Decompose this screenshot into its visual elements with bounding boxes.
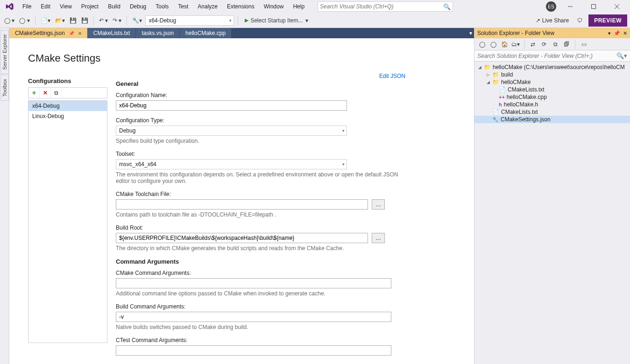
tab-cmakesettings[interactable]: CMakeSettings.json 📌 ✕ — [9, 28, 88, 38]
expand-icon[interactable]: ▷ — [486, 72, 490, 77]
start-button[interactable]: ▶ Select Startup Item... ▾ — [242, 15, 311, 26]
preview-button[interactable]: PREVIEW — [588, 14, 627, 27]
folder-icon: 📁 — [492, 79, 499, 85]
redo-button[interactable]: ↷ ▾ — [111, 15, 123, 26]
solution-platforms-button[interactable]: 🔧▾ — [131, 15, 143, 26]
quick-launch-input[interactable] — [320, 3, 443, 10]
config-toolbar: ＋ ✕ ⧉ — [28, 87, 107, 98]
quick-launch[interactable]: 🔍 — [318, 1, 453, 12]
panel-close-button[interactable]: ✕ — [623, 30, 627, 36]
menu-analyze[interactable]: Analyze — [193, 1, 222, 12]
menu-view[interactable]: View — [55, 1, 77, 12]
menu-extensions[interactable]: Extensions — [222, 1, 259, 12]
menu-file[interactable]: File — [18, 1, 36, 12]
input-build-root[interactable] — [116, 233, 368, 243]
label-build-args: Build Command Arguments: — [116, 303, 405, 310]
input-ctest-args[interactable] — [116, 345, 391, 356]
input-build-args[interactable] — [116, 312, 391, 322]
tree-cmakelists[interactable]: 📄 CMakeLists.txt — [474, 108, 630, 116]
menu-edit[interactable]: Edit — [36, 1, 55, 12]
panel-search-input[interactable] — [477, 53, 616, 59]
nav-back-button[interactable]: ◯ ▾ — [3, 15, 16, 26]
menu-window[interactable]: Window — [259, 1, 289, 12]
nav-forward-button[interactable]: ◯ ▾ — [18, 15, 31, 26]
pin-icon[interactable]: 📌 — [69, 31, 74, 36]
input-config-name[interactable] — [116, 100, 347, 111]
startup-label: Select Startup Item... — [250, 17, 303, 24]
sync-button[interactable]: ⇄ — [528, 40, 538, 49]
undo-button[interactable]: ↶ ▾ — [98, 15, 109, 26]
avatar[interactable]: ES — [546, 1, 556, 12]
tab-label: CMakeLists.txt — [93, 30, 130, 36]
menu-debug[interactable]: Debug — [125, 1, 151, 12]
save-all-button[interactable]: 💾 — [80, 15, 90, 26]
forward-button[interactable]: ◯ — [488, 40, 498, 49]
menu-build[interactable]: Build — [103, 1, 125, 12]
tab-hellocmake-cpp[interactable]: helloCMake.cpp — [180, 28, 232, 38]
select-config-type[interactable]: Debug ▾ — [116, 126, 347, 136]
search-icon: 🔍▾ — [616, 52, 627, 59]
editor-body: CMake Settings Configurations ＋ ✕ ⧉ x64-… — [9, 38, 474, 364]
remove-config-button[interactable]: ✕ — [40, 88, 51, 98]
config-list: x64-Debug Linux-Debug — [28, 100, 107, 343]
feedback-button[interactable]: 🗩 — [575, 15, 585, 26]
new-project-button[interactable]: 📄▾ — [39, 15, 52, 26]
tree-build[interactable]: ▷ 📁 build — [474, 71, 630, 78]
close-icon[interactable]: ✕ — [78, 31, 82, 36]
copy-config-button[interactable]: ⧉ — [51, 88, 62, 98]
menu-test[interactable]: Test — [173, 1, 193, 12]
panel-dropdown-button[interactable]: ▾ — [608, 30, 611, 36]
save-button[interactable]: 💾 — [68, 15, 78, 26]
menu-project[interactable]: Project — [77, 1, 103, 12]
switch-views-button[interactable]: 🗂▾ — [511, 40, 520, 49]
expand-icon[interactable]: ◢ — [477, 65, 482, 70]
input-cmake-args[interactable] — [116, 278, 391, 288]
tree-label: CMakeLists.txt — [508, 86, 545, 93]
tree-hello-h[interactable]: h helloCMake.h — [474, 101, 630, 108]
window-close-button[interactable] — [608, 1, 626, 12]
doc-tabs-overflow[interactable]: ▾ — [467, 28, 474, 38]
refresh-button[interactable]: ⟳ — [539, 40, 549, 49]
expand-icon[interactable]: ◢ — [486, 80, 490, 84]
tree-root[interactable]: ◢ 📁 helloCMake (C:\Users\ersweet\source\… — [474, 63, 630, 71]
chevron-down-icon: ▾ — [342, 128, 345, 133]
dock-server-explorer[interactable]: Server Explorer — [0, 30, 9, 74]
config-item-linux-debug[interactable]: Linux-Debug — [28, 111, 107, 121]
vs-logo-icon — [5, 1, 15, 12]
live-share-button[interactable]: ↗ Live Share — [533, 17, 572, 24]
tab-cmakelists[interactable]: CMakeLists.txt — [88, 28, 136, 38]
open-button[interactable]: 📂▾ — [54, 15, 66, 26]
select-toolset[interactable]: msvc_x64_x64 ▾ — [116, 159, 347, 169]
show-all-files-button[interactable]: 🗐 — [562, 40, 571, 49]
tree-hellocmake-folder[interactable]: ◢ 📁 helloCMake — [474, 78, 630, 86]
add-config-button[interactable]: ＋ — [28, 88, 40, 98]
folder-icon: 📁 — [484, 64, 491, 70]
solution-config-combo[interactable]: x64-Debug ▾ — [145, 15, 234, 26]
tree-label: build — [501, 71, 513, 78]
back-button[interactable]: ◯ — [477, 40, 487, 49]
panel-pin-button[interactable]: 📌 — [614, 30, 620, 36]
section-general: General — [116, 80, 405, 87]
svg-rect-0 — [592, 5, 596, 9]
menu-help[interactable]: Help — [288, 1, 309, 12]
config-item-x64-debug[interactable]: x64-Debug — [28, 101, 107, 111]
window-maximize-button[interactable] — [584, 1, 603, 12]
share-icon: ↗ — [536, 17, 540, 24]
tab-tasksjson[interactable]: tasks.vs.json — [136, 28, 180, 38]
edit-json-link[interactable]: Edit JSON — [379, 73, 405, 79]
window-minimize-button[interactable] — [561, 1, 580, 12]
browse-build-root-button[interactable]: … — [372, 233, 385, 243]
field-toolchain: CMake Toolchain File: … Contains path to… — [116, 191, 405, 218]
browse-toolchain-button[interactable]: … — [372, 199, 385, 210]
menu-tools[interactable]: Tools — [151, 1, 173, 12]
collapse-all-button[interactable]: ⧉ — [551, 40, 560, 49]
input-toolchain[interactable] — [116, 199, 368, 210]
home-button[interactable]: 🏠 — [500, 40, 509, 49]
tree-hello-cpp[interactable]: ++ helloCMake.cpp — [474, 93, 630, 101]
dock-toolbox[interactable]: Toolbox — [0, 75, 9, 101]
tree-cmakelists-inner[interactable]: 📄 CMakeLists.txt — [474, 86, 630, 93]
properties-button[interactable]: ▭ — [579, 40, 588, 49]
tab-label: CMakeSettings.json — [15, 30, 65, 36]
tree-cmakesettings[interactable]: 🔧 CMakeSettings.json — [474, 116, 630, 123]
panel-search[interactable]: 🔍▾ — [474, 50, 630, 62]
